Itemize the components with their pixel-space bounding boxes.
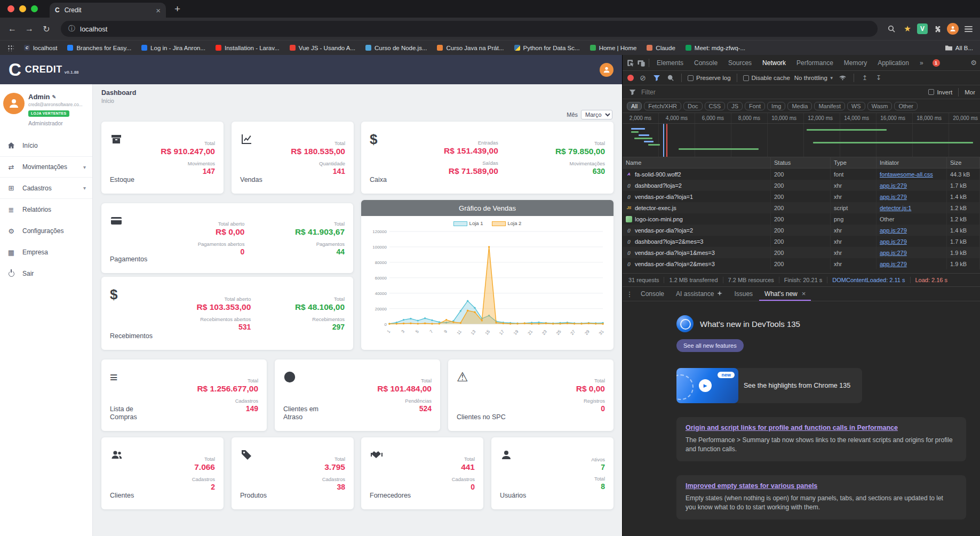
table-row[interactable]: fa-solid-900.woff2 200 font fontawesome-… [623, 169, 980, 180]
invert-filter-checkbox[interactable]: Invert [928, 89, 952, 95]
section-title-link[interactable]: Origin and script links for profile and … [686, 424, 898, 431]
sidebar-item-movimentacoes[interactable]: ⇄ Movimentações ▾ [0, 156, 92, 178]
sidebar-item-empresa[interactable]: ▦ Empresa [0, 242, 92, 263]
initiator-link[interactable]: fontawesome-all.css [877, 169, 947, 180]
extensions-puzzle-icon[interactable] [931, 25, 944, 33]
network-conditions-icon[interactable] [838, 73, 848, 83]
window-minimize-button[interactable] [19, 5, 26, 12]
drawer-tab-whats-new[interactable]: What's new × [759, 287, 811, 301]
all-bookmarks-button[interactable]: All B... [945, 45, 973, 51]
chip-img[interactable]: Img [767, 102, 785, 110]
close-drawer-tab-icon[interactable]: × [802, 287, 806, 301]
initiator-link[interactable]: app.js:279 [877, 258, 947, 269]
initiator-link[interactable]: app.js:279 [877, 247, 947, 258]
chip-media[interactable]: Media [787, 102, 812, 110]
highlight-thumbnail[interactable]: new ▶ [676, 368, 738, 403]
bookmark-item[interactable]: Curso de Node.js... [365, 45, 427, 51]
browser-menu-icon[interactable] [962, 26, 975, 33]
table-row[interactable]: logo-icon-mini.png 200 png Other 1.2 kB [623, 213, 980, 225]
bookmark-item[interactable]: Log in - Jira Anron... [141, 45, 205, 51]
browser-tab[interactable]: C Credit × [50, 3, 166, 18]
throttling-select[interactable]: No throttling▼ [794, 75, 834, 81]
initiator-link[interactable]: detector.js:1 [877, 202, 947, 213]
see-all-new-features-button[interactable]: See all new features [676, 339, 744, 352]
network-filter-input[interactable] [641, 89, 924, 96]
address-bar[interactable]: ⓘ localhost [61, 21, 878, 37]
error-count-badge[interactable]: 1 [933, 59, 940, 67]
devtools-tab-performance[interactable]: Performance [792, 55, 838, 71]
bookmark-item[interactable]: Installation - Larav... [216, 45, 280, 51]
window-zoom-button[interactable] [31, 5, 38, 12]
clear-network-log-icon[interactable]: ⊘ [638, 73, 648, 83]
table-row[interactable]: dashboard?loja=2&mes=3 200 xhr app.js:27… [623, 236, 980, 247]
bookmark-item[interactable]: Vue JS - Usando A... [290, 45, 355, 51]
chip-other[interactable]: Other [894, 102, 918, 110]
import-har-icon[interactable]: ↥ [860, 73, 870, 83]
chip-css[interactable]: CSS [705, 102, 726, 110]
devtools-tab-network[interactable]: Network [758, 55, 791, 71]
window-close-button[interactable] [7, 5, 14, 12]
drawer-menu-icon[interactable]: ⋮ [625, 290, 634, 298]
chip-wasm[interactable]: Wasm [867, 102, 893, 110]
table-row[interactable]: vendas-por-dia?loja=1&mes=3 200 xhr app.… [623, 247, 980, 258]
table-row[interactable]: detector-exec.js 200 script detector.js:… [623, 202, 980, 213]
devtools-tab-console[interactable]: Console [689, 55, 722, 71]
export-har-icon[interactable]: ↧ [874, 73, 883, 83]
devtools-tab-elements[interactable]: Elements [652, 55, 688, 71]
chip-fetch-xhr[interactable]: Fetch/XHR [644, 102, 681, 110]
record-network-log-button[interactable] [627, 75, 634, 81]
search-icon[interactable] [885, 25, 898, 33]
bookmark-item[interactable]: Meet: mdg-zfwq-... [686, 45, 745, 51]
initiator-link[interactable]: app.js:279 [877, 180, 947, 191]
search-network-icon[interactable] [666, 73, 675, 83]
preserve-log-checkbox[interactable]: Preserve log [688, 75, 731, 81]
bookmark-item[interactable]: Home | Home [590, 45, 637, 51]
bookmark-item[interactable]: Curso Java na Prát... [437, 45, 504, 51]
bookmark-item[interactable]: Claude [647, 45, 675, 51]
network-overview-waterfall[interactable] [623, 124, 980, 157]
table-row[interactable]: vendas-por-dia?loja=1 200 xhr app.js:279… [623, 191, 980, 202]
devtools-tab-sources[interactable]: Sources [723, 55, 756, 71]
reload-button[interactable]: ↻ [39, 24, 53, 34]
play-icon[interactable]: ▶ [699, 379, 712, 392]
month-select[interactable]: Março [581, 110, 612, 119]
chip-all[interactable]: All [627, 102, 642, 110]
initiator-link[interactable]: app.js:279 [877, 225, 947, 236]
more-filters-label[interactable]: Mor [965, 89, 975, 95]
devtools-tab-application[interactable]: Application [873, 55, 914, 71]
sidebar-item-sair[interactable]: Sair [0, 263, 92, 284]
browser-profile-avatar[interactable] [947, 23, 959, 35]
tab-close-icon[interactable]: × [156, 6, 161, 14]
back-button[interactable]: ← [5, 24, 19, 34]
vue-devtools-extension-icon[interactable]: V [917, 23, 928, 34]
apps-grid-icon[interactable] [7, 44, 14, 51]
site-info-icon[interactable]: ⓘ [68, 24, 75, 34]
sidebar-item-configuracoes[interactable]: ⚙ Configurações [0, 220, 92, 242]
chip-ws[interactable]: WS [847, 102, 865, 110]
user-avatar-button[interactable] [600, 63, 614, 77]
more-tabs-icon[interactable]: » [915, 55, 928, 71]
new-tab-button[interactable]: + [174, 3, 180, 15]
initiator-link[interactable]: app.js:279 [877, 191, 947, 202]
table-row[interactable]: dashboard?loja=2 200 xhr app.js:279 1.7 … [623, 180, 980, 191]
inspect-element-icon[interactable] [626, 58, 635, 68]
table-row[interactable]: vendas-por-dia?loja=2 200 xhr app.js:279… [623, 225, 980, 236]
drawer-tab-ai-assistance[interactable]: AI assistance [671, 287, 728, 301]
filter-icon[interactable] [652, 73, 662, 83]
chip-doc[interactable]: Doc [683, 102, 703, 110]
bookmark-item[interactable]: Python for Data Sc... [514, 45, 580, 51]
edit-profile-icon[interactable]: ✎ [52, 94, 56, 100]
table-header[interactable]: Name Status Type Initiator Size [623, 157, 980, 169]
chip-font[interactable]: Font [745, 102, 765, 110]
table-row[interactable]: vendas-por-dia?loja=2&mes=3 200 xhr app.… [623, 258, 980, 269]
sidebar-item-inicio[interactable]: Início [0, 135, 92, 156]
devtools-tab-memory[interactable]: Memory [839, 55, 872, 71]
chip-manifest[interactable]: Manifest [814, 102, 845, 110]
profile-avatar[interactable] [3, 93, 25, 114]
initiator-link[interactable]: app.js:279 [877, 236, 947, 247]
drawer-tab-console[interactable]: Console [635, 287, 670, 301]
chip-js[interactable]: JS [727, 102, 743, 110]
section-title-link[interactable]: Improved empty states for various panels [686, 482, 817, 490]
sidebar-item-cadastros[interactable]: ⊞ Cadastros ▾ [0, 178, 92, 199]
bookmark-item[interactable]: Clocalhost [24, 45, 57, 51]
